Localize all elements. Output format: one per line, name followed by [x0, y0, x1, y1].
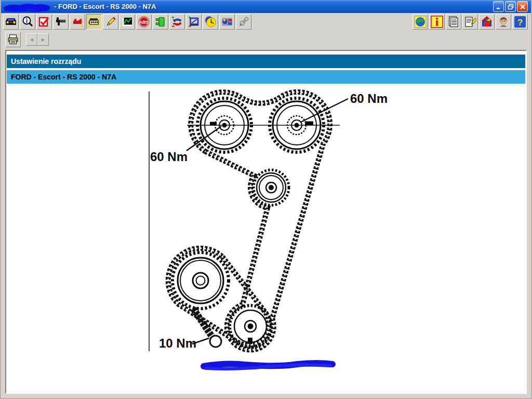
torque-label-tensioner: 10 Nm	[159, 336, 196, 350]
print-button[interactable]	[5, 32, 21, 47]
spark-plug-button[interactable]	[236, 14, 251, 30]
minimize-button[interactable]	[493, 1, 504, 12]
caliper-icon	[55, 16, 67, 28]
oscilloscope-icon	[121, 16, 134, 28]
help-icon: ?	[514, 16, 526, 28]
idler-sprocket	[254, 170, 289, 205]
pencil-icon	[104, 16, 117, 28]
torque-label-left-cam: 60 Nm	[150, 150, 188, 164]
section-title: Ustawienie rozrządu	[11, 57, 81, 65]
content-panel: Ustawienie rozrządu FORD - Escort - RS 2…	[5, 50, 527, 394]
abs-label: ABS	[139, 20, 149, 25]
edit-document-icon	[464, 16, 476, 28]
back-arrow-icon: ◄	[29, 36, 35, 43]
circulation-arrows-icon	[171, 16, 183, 28]
redacted-app-name-scribble	[3, 2, 51, 12]
oil-can-icon	[71, 16, 84, 28]
vehicle-title: FORD - Escort - RS 2000 - N7A	[11, 73, 116, 81]
clock-globe-icon	[204, 16, 217, 28]
internet-button[interactable]	[413, 14, 428, 30]
documents-icon	[447, 16, 460, 28]
close-button[interactable]	[517, 1, 528, 12]
engine-icon	[88, 16, 100, 28]
print-icon	[7, 33, 19, 46]
connector-pinout-button[interactable]	[153, 14, 168, 30]
documents-button[interactable]	[446, 14, 461, 30]
page-nav-group: ◄ ►	[26, 33, 49, 46]
search-info-icon	[21, 16, 34, 28]
service-intervals-button[interactable]	[203, 14, 218, 30]
inspection-checklist-button[interactable]	[36, 14, 52, 30]
title-bar: - FORD - Escort - RS 2000 - N7A	[1, 0, 531, 13]
help-glyph: ?	[517, 18, 523, 28]
right-timing-mark	[305, 122, 313, 126]
redaction-scribble-icon	[3, 2, 51, 12]
forward-button[interactable]: ►	[37, 33, 49, 46]
back-button[interactable]: ◄	[26, 33, 37, 46]
crank-timing-mark	[248, 338, 252, 344]
vehicle-icon	[5, 16, 17, 28]
main-toolbar: ABS	[1, 13, 531, 31]
home-key-icon	[481, 16, 493, 28]
window-title: - FORD - Escort - RS 2000 - N7A	[54, 3, 156, 10]
repair-notes-button[interactable]	[103, 14, 118, 30]
redaction-scribble-bottom	[204, 363, 332, 369]
home-access-button[interactable]	[479, 14, 495, 30]
checkbox-icon	[38, 16, 50, 28]
torque-label-right-cam: 60 Nm	[350, 91, 388, 105]
forward-arrow-icon: ►	[41, 36, 46, 43]
restore-button[interactable]	[505, 1, 516, 12]
connector-plug-icon	[154, 16, 167, 28]
abs-button[interactable]: ABS	[136, 14, 152, 30]
auxiliary-sprocket	[172, 252, 229, 309]
section-title-bar: Ustawienie rozrządu	[7, 55, 525, 68]
technical-data-button[interactable]	[53, 14, 69, 30]
timing-diagram-area: 60 Nm 60 Nm 10 Nm	[6, 85, 526, 394]
edit-notes-button[interactable]	[462, 14, 478, 30]
info-icon	[431, 16, 443, 28]
timing-chain-diagram: 60 Nm 60 Nm 10 Nm	[6, 85, 527, 394]
lubricants-button[interactable]	[70, 14, 85, 30]
spark-plug-icon	[237, 16, 250, 28]
vehicle-select-button[interactable]	[3, 14, 19, 30]
toolbar-right-group: ?	[413, 14, 529, 30]
air-conditioning-icon	[221, 16, 233, 28]
restore-icon	[508, 4, 514, 10]
upper-timing-chain	[191, 92, 330, 350]
exhaust-circulation-button[interactable]	[169, 14, 185, 30]
air-conditioning-button[interactable]	[219, 14, 235, 30]
minimize-icon	[496, 4, 502, 10]
display-panel-button[interactable]	[186, 14, 202, 30]
contact-person-button[interactable]	[496, 14, 511, 30]
display-frame-icon	[188, 16, 200, 28]
crankshaft-sprocket	[230, 305, 271, 347]
person-icon	[497, 16, 510, 28]
information-button[interactable]	[429, 14, 445, 30]
vehicle-title-bar: FORD - Escort - RS 2000 - N7A	[7, 70, 525, 84]
vehicle-info-button[interactable]	[20, 14, 35, 30]
help-button[interactable]: ?	[512, 14, 528, 30]
oscilloscope-button[interactable]	[119, 14, 135, 30]
engine-timing-button-active[interactable]	[86, 14, 102, 30]
page-toolbar: ◄ ►	[1, 31, 531, 48]
left-timing-mark	[210, 122, 217, 126]
close-icon	[520, 4, 526, 10]
globe-icon	[414, 16, 427, 28]
abs-icon: ABS	[138, 16, 150, 28]
